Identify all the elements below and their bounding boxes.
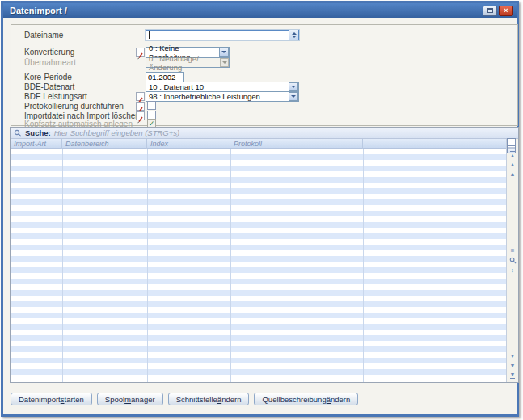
- table-row[interactable]: [11, 318, 506, 324]
- scroll-to-bottom-icon: ▼: [510, 372, 516, 379]
- table-row[interactable]: [11, 358, 506, 363]
- table-row[interactable]: [11, 245, 506, 250]
- bde-leistungsart-label: BDE Leistungsart: [24, 92, 87, 101]
- column-separator: [147, 149, 148, 382]
- table-row[interactable]: [11, 166, 506, 171]
- table-row[interactable]: [11, 216, 506, 222]
- uebernahmeart-value: 0 : Neuanlage/Änderung: [149, 54, 220, 72]
- column-header-index[interactable]: Index: [147, 139, 230, 149]
- restore-icon: [487, 8, 493, 13]
- table-row[interactable]: [11, 188, 506, 194]
- title-bar[interactable]: Datenimport / ×: [3, 3, 517, 18]
- search-label: Suche:: [25, 128, 51, 137]
- restore-button[interactable]: [483, 6, 497, 16]
- search-placeholder: Hier Suchbegriff eingeben (STRG+s): [54, 128, 180, 137]
- close-button[interactable]: ×: [499, 6, 513, 16]
- table-row[interactable]: [11, 228, 506, 233]
- dateiname-input-field[interactable]: [150, 31, 289, 40]
- column-header-import-art[interactable]: Import-Art: [11, 139, 62, 149]
- schnittstelle-aendern-button[interactable]: Schnittstelle ändern: [168, 393, 250, 405]
- table-row[interactable]: [11, 346, 506, 352]
- list-view-button[interactable]: ≡: [508, 246, 518, 255]
- results-panel: Suche: Hier Suchbegriff eingeben (STRG+s…: [10, 127, 519, 383]
- page-down-button[interactable]: ▼: [508, 361, 518, 370]
- table-row[interactable]: [11, 313, 506, 318]
- button-label: Quellbeschreibung: [262, 395, 326, 404]
- table-row[interactable]: [11, 273, 506, 279]
- table-row[interactable]: [11, 183, 506, 188]
- sort-icon: ↕: [511, 267, 514, 273]
- form-row-dateiname: Dateiname: [18, 30, 511, 40]
- row-down-button[interactable]: ▼: [508, 351, 518, 360]
- spin-up-icon: [292, 32, 297, 35]
- row-up-icon: ▲: [510, 171, 516, 177]
- table-row[interactable]: [11, 177, 506, 183]
- edit-indicator-icon: [136, 102, 145, 111]
- table-row[interactable]: [11, 250, 506, 256]
- table-row[interactable]: [11, 369, 506, 375]
- dateiname-input[interactable]: [146, 30, 299, 40]
- table-row[interactable]: [11, 233, 506, 239]
- spoolmanager-button[interactable]: Spoolmanager: [97, 393, 163, 405]
- search-icon: [509, 257, 517, 264]
- dateiname-spin-button[interactable]: [289, 30, 298, 40]
- form-row-konvertierung: Konvertierung 0 : Keine Bearbeitung: [18, 47, 511, 57]
- datenimport-starten-button[interactable]: Datenimport starten: [11, 393, 92, 405]
- table-row[interactable]: [11, 194, 506, 200]
- table-row[interactable]: [11, 307, 506, 313]
- table-row[interactable]: [11, 335, 506, 341]
- table-row[interactable]: [11, 171, 506, 177]
- table-row[interactable]: [11, 301, 506, 307]
- column-separator: [230, 149, 231, 382]
- table-row[interactable]: [11, 160, 506, 166]
- table-row[interactable]: [11, 290, 506, 296]
- column-separator: [363, 149, 364, 382]
- table-row[interactable]: [11, 200, 506, 205]
- table-row[interactable]: [11, 239, 506, 245]
- table-row[interactable]: [11, 256, 506, 262]
- close-icon: ×: [504, 7, 508, 15]
- dropdown-arrow-icon: [219, 48, 229, 57]
- column-header-protokoll[interactable]: Protokoll: [230, 139, 363, 149]
- button-label: Spool: [105, 395, 124, 404]
- button-label: anager: [131, 395, 155, 404]
- table-row[interactable]: [11, 262, 506, 267]
- table-header: Import-Art Datenbereich Index Protokoll: [11, 139, 506, 149]
- scroll-to-top-icon: ▲: [510, 151, 516, 158]
- table-row[interactable]: [11, 154, 506, 160]
- search-rows-button[interactable]: [508, 256, 518, 265]
- scroll-to-bottom-button[interactable]: ▼: [508, 371, 518, 380]
- dateiname-label: Dateiname: [24, 31, 63, 40]
- edit-indicator-icon: [136, 48, 145, 57]
- table-row[interactable]: [11, 341, 506, 346]
- table-row[interactable]: [11, 375, 506, 380]
- table-row[interactable]: [11, 363, 506, 369]
- scroll-to-top-button[interactable]: ▲: [508, 150, 518, 159]
- table-row[interactable]: [11, 352, 506, 358]
- table-row[interactable]: [11, 149, 506, 154]
- button-mnemonic: m: [124, 395, 131, 404]
- table-scroll-strip: ▲ ▲ ▲ ≡ ↕ ▼ ▼ ▼: [506, 139, 518, 382]
- quellbeschreibung-aendern-button[interactable]: Quellbeschreibung ändern: [254, 393, 358, 405]
- row-up-button[interactable]: ▲: [508, 170, 518, 178]
- window-title: Datenimport /: [10, 6, 481, 15]
- button-label: ndern: [221, 395, 241, 404]
- table-row[interactable]: [11, 267, 506, 273]
- kore-periode-input-field[interactable]: [146, 73, 183, 82]
- table-row[interactable]: [11, 284, 506, 290]
- table-row[interactable]: [11, 279, 506, 284]
- table-row[interactable]: [11, 296, 506, 301]
- table-row[interactable]: [11, 324, 506, 330]
- sort-button[interactable]: ↕: [508, 266, 518, 275]
- column-header-spacer: [363, 139, 506, 149]
- search-input[interactable]: Suche: Hier Suchbegriff eingeben (STRG+s…: [11, 128, 518, 139]
- protokollierung-label: Protokollierung durchführen: [24, 102, 124, 111]
- column-header-datenbereich[interactable]: Datenbereich: [62, 139, 147, 149]
- window-content: Dateiname Konvertierung 0 : Keine Bearbe…: [3, 18, 517, 414]
- page-up-button[interactable]: ▲: [508, 160, 518, 169]
- table-row[interactable]: [11, 205, 506, 211]
- protokollierung-checkbox[interactable]: [147, 101, 156, 110]
- table-row[interactable]: [11, 211, 506, 216]
- table-row[interactable]: [11, 330, 506, 335]
- table-row[interactable]: [11, 222, 506, 228]
